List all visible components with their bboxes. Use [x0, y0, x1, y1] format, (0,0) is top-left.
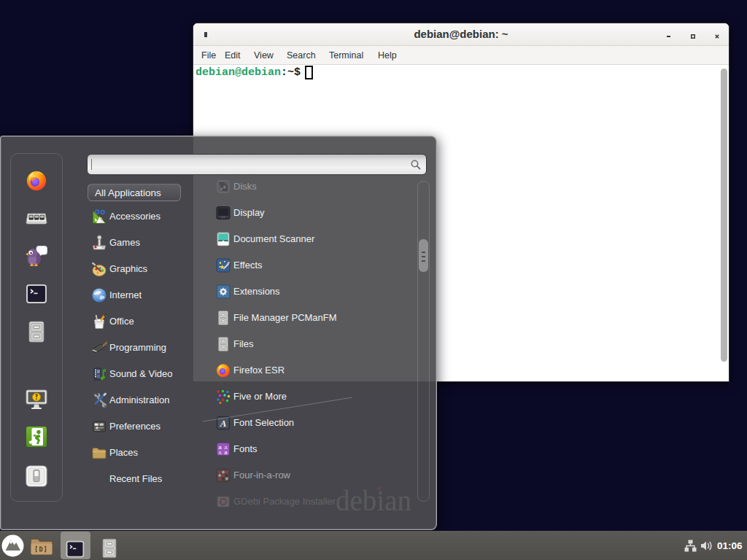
svg-text:a: a: [224, 449, 228, 456]
svg-text:a: a: [218, 449, 222, 456]
